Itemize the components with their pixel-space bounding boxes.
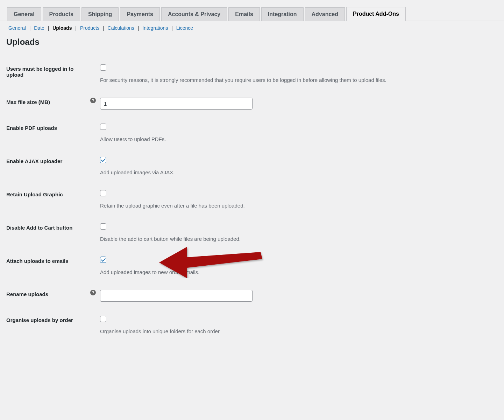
input-max-file-size[interactable] (100, 98, 253, 110)
separator: | (171, 25, 173, 31)
tab-emails[interactable]: Emails (228, 7, 260, 21)
separator: | (29, 25, 31, 31)
tab-accounts-privacy[interactable]: Accounts & Privacy (161, 7, 227, 21)
subtab-general[interactable]: General (6, 25, 28, 31)
description-organise-uploads: Organise uploads into unique folders for… (100, 328, 494, 335)
label-max-file-size: Max file size (MB) (6, 91, 90, 117)
separator: | (48, 25, 49, 31)
checkbox-disable-add-to-cart[interactable] (100, 223, 106, 230)
page-title: Uploads (6, 37, 498, 47)
input-rename-uploads[interactable] (100, 290, 253, 302)
subtab-uploads[interactable]: Uploads (50, 25, 74, 31)
description-enable-ajax: Add uploaded images via AJAX. (100, 169, 494, 176)
label-disable-add-to-cart: Disable Add to Cart button (6, 216, 90, 250)
checkbox-enable-ajax[interactable] (100, 157, 106, 163)
description-enable-pdf: Allow users to upload PDFs. (100, 135, 494, 143)
subtab-integrations[interactable]: Integrations (140, 25, 170, 31)
tab-advanced[interactable]: Advanced (305, 7, 345, 21)
label-enable-pdf: Enable PDF uploads (6, 117, 90, 150)
tab-shipping[interactable]: Shipping (81, 7, 119, 21)
label-logged-in: Users must be logged in to upload (6, 57, 90, 91)
tab-product-add-ons[interactable]: Product Add-Ons (346, 7, 406, 21)
main-tabs: General Products Shipping Payments Accou… (0, 7, 504, 21)
subtab-calculations[interactable]: Calculations (106, 25, 136, 31)
checkbox-attach-emails[interactable] (100, 257, 106, 263)
tab-integration[interactable]: Integration (261, 7, 304, 21)
label-attach-emails: Attach uploads to emails (6, 250, 90, 283)
separator: | (138, 25, 139, 31)
subtab-date[interactable]: Date (32, 25, 47, 31)
description-retain-graphic: Retain the upload graphic even after a f… (100, 202, 494, 209)
settings-form-table: Users must be logged in to upload For se… (6, 57, 498, 342)
label-enable-ajax: Enable AJAX uploader (6, 150, 90, 183)
help-tip-icon[interactable]: ? (90, 290, 96, 295)
label-retain-graphic: Retain Upload Graphic (6, 183, 90, 216)
separator: | (75, 25, 77, 31)
tab-general[interactable]: General (7, 7, 41, 21)
help-tip-icon[interactable]: ? (90, 98, 96, 103)
subtab-licence[interactable]: Licence (174, 25, 195, 31)
subtab-products[interactable]: Products (78, 25, 101, 31)
label-rename-uploads: Rename uploads (6, 283, 90, 309)
sub-tabs: General | Date | Uploads | Products | Ca… (0, 21, 504, 31)
description-attach-emails: Add uploaded images to new order emails. (100, 268, 494, 276)
checkbox-logged-in[interactable] (100, 64, 106, 71)
checkbox-retain-graphic[interactable] (100, 190, 106, 196)
checkbox-enable-pdf[interactable] (100, 124, 106, 130)
separator: | (103, 25, 104, 31)
tab-products[interactable]: Products (43, 7, 80, 21)
tab-payments[interactable]: Payments (120, 7, 160, 21)
label-organise-uploads: Organise uploads by order (6, 309, 90, 342)
description-disable-add-to-cart: Disable the add to cart button while fil… (100, 235, 494, 243)
checkbox-organise-uploads[interactable] (100, 316, 106, 322)
description-logged-in: For security reasons, it is strongly rec… (100, 76, 494, 84)
